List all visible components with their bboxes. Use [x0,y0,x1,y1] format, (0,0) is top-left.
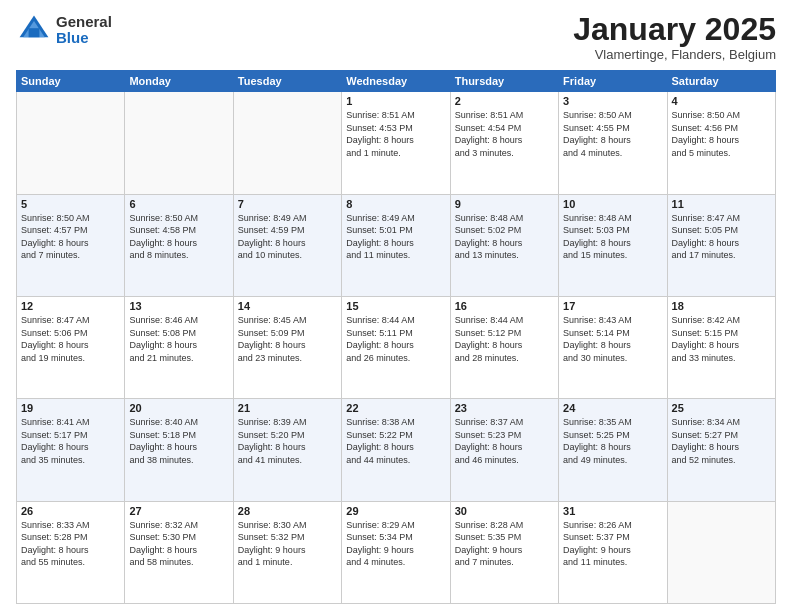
table-row: 30Sunrise: 8:28 AM Sunset: 5:35 PM Dayli… [450,501,558,603]
table-row: 25Sunrise: 8:34 AM Sunset: 5:27 PM Dayli… [667,399,775,501]
logo-text: General Blue [56,14,112,47]
table-row: 14Sunrise: 8:45 AM Sunset: 5:09 PM Dayli… [233,296,341,398]
table-row: 15Sunrise: 8:44 AM Sunset: 5:11 PM Dayli… [342,296,450,398]
table-row: 27Sunrise: 8:32 AM Sunset: 5:30 PM Dayli… [125,501,233,603]
day-info: Sunrise: 8:50 AM Sunset: 4:56 PM Dayligh… [672,109,771,159]
day-info: Sunrise: 8:35 AM Sunset: 5:25 PM Dayligh… [563,416,662,466]
day-number: 28 [238,505,337,517]
day-info: Sunrise: 8:30 AM Sunset: 5:32 PM Dayligh… [238,519,337,569]
day-number: 26 [21,505,120,517]
table-row: 16Sunrise: 8:44 AM Sunset: 5:12 PM Dayli… [450,296,558,398]
day-info: Sunrise: 8:50 AM Sunset: 4:55 PM Dayligh… [563,109,662,159]
table-row [17,92,125,194]
day-number: 6 [129,198,228,210]
calendar-header-row: Sunday Monday Tuesday Wednesday Thursday… [17,71,776,92]
table-row: 11Sunrise: 8:47 AM Sunset: 5:05 PM Dayli… [667,194,775,296]
calendar-row-4: 19Sunrise: 8:41 AM Sunset: 5:17 PM Dayli… [17,399,776,501]
day-number: 1 [346,95,445,107]
day-info: Sunrise: 8:45 AM Sunset: 5:09 PM Dayligh… [238,314,337,364]
col-tuesday: Tuesday [233,71,341,92]
day-info: Sunrise: 8:50 AM Sunset: 4:58 PM Dayligh… [129,212,228,262]
day-number: 16 [455,300,554,312]
day-number: 25 [672,402,771,414]
table-row: 19Sunrise: 8:41 AM Sunset: 5:17 PM Dayli… [17,399,125,501]
col-saturday: Saturday [667,71,775,92]
day-number: 20 [129,402,228,414]
month-title: January 2025 [573,12,776,47]
table-row: 9Sunrise: 8:48 AM Sunset: 5:02 PM Daylig… [450,194,558,296]
table-row [667,501,775,603]
day-info: Sunrise: 8:49 AM Sunset: 4:59 PM Dayligh… [238,212,337,262]
day-number: 18 [672,300,771,312]
calendar-table: Sunday Monday Tuesday Wednesday Thursday… [16,70,776,604]
title-block: January 2025 Vlamertinge, Flanders, Belg… [573,12,776,62]
day-info: Sunrise: 8:48 AM Sunset: 5:03 PM Dayligh… [563,212,662,262]
logo: General Blue [16,12,112,48]
day-info: Sunrise: 8:47 AM Sunset: 5:05 PM Dayligh… [672,212,771,262]
table-row: 5Sunrise: 8:50 AM Sunset: 4:57 PM Daylig… [17,194,125,296]
day-info: Sunrise: 8:44 AM Sunset: 5:12 PM Dayligh… [455,314,554,364]
table-row: 23Sunrise: 8:37 AM Sunset: 5:23 PM Dayli… [450,399,558,501]
day-number: 11 [672,198,771,210]
svg-rect-2 [29,28,40,37]
col-wednesday: Wednesday [342,71,450,92]
day-info: Sunrise: 8:34 AM Sunset: 5:27 PM Dayligh… [672,416,771,466]
day-number: 19 [21,402,120,414]
table-row: 26Sunrise: 8:33 AM Sunset: 5:28 PM Dayli… [17,501,125,603]
table-row: 13Sunrise: 8:46 AM Sunset: 5:08 PM Dayli… [125,296,233,398]
table-row: 17Sunrise: 8:43 AM Sunset: 5:14 PM Dayli… [559,296,667,398]
day-info: Sunrise: 8:38 AM Sunset: 5:22 PM Dayligh… [346,416,445,466]
logo-general-text: General [56,14,112,31]
day-info: Sunrise: 8:44 AM Sunset: 5:11 PM Dayligh… [346,314,445,364]
page: General Blue January 2025 Vlamertinge, F… [0,0,792,612]
table-row: 22Sunrise: 8:38 AM Sunset: 5:22 PM Dayli… [342,399,450,501]
day-number: 7 [238,198,337,210]
table-row: 3Sunrise: 8:50 AM Sunset: 4:55 PM Daylig… [559,92,667,194]
day-info: Sunrise: 8:29 AM Sunset: 5:34 PM Dayligh… [346,519,445,569]
day-info: Sunrise: 8:41 AM Sunset: 5:17 PM Dayligh… [21,416,120,466]
table-row: 24Sunrise: 8:35 AM Sunset: 5:25 PM Dayli… [559,399,667,501]
day-info: Sunrise: 8:40 AM Sunset: 5:18 PM Dayligh… [129,416,228,466]
table-row: 21Sunrise: 8:39 AM Sunset: 5:20 PM Dayli… [233,399,341,501]
day-number: 15 [346,300,445,312]
day-info: Sunrise: 8:33 AM Sunset: 5:28 PM Dayligh… [21,519,120,569]
day-number: 31 [563,505,662,517]
day-info: Sunrise: 8:50 AM Sunset: 4:57 PM Dayligh… [21,212,120,262]
header: General Blue January 2025 Vlamertinge, F… [16,12,776,62]
calendar-row-1: 1Sunrise: 8:51 AM Sunset: 4:53 PM Daylig… [17,92,776,194]
logo-blue-text: Blue [56,30,112,47]
table-row: 29Sunrise: 8:29 AM Sunset: 5:34 PM Dayli… [342,501,450,603]
table-row: 20Sunrise: 8:40 AM Sunset: 5:18 PM Dayli… [125,399,233,501]
day-number: 5 [21,198,120,210]
table-row: 28Sunrise: 8:30 AM Sunset: 5:32 PM Dayli… [233,501,341,603]
table-row: 12Sunrise: 8:47 AM Sunset: 5:06 PM Dayli… [17,296,125,398]
day-number: 17 [563,300,662,312]
day-number: 29 [346,505,445,517]
day-number: 2 [455,95,554,107]
day-number: 22 [346,402,445,414]
day-number: 3 [563,95,662,107]
table-row: 10Sunrise: 8:48 AM Sunset: 5:03 PM Dayli… [559,194,667,296]
day-info: Sunrise: 8:46 AM Sunset: 5:08 PM Dayligh… [129,314,228,364]
day-info: Sunrise: 8:48 AM Sunset: 5:02 PM Dayligh… [455,212,554,262]
col-friday: Friday [559,71,667,92]
col-thursday: Thursday [450,71,558,92]
day-number: 4 [672,95,771,107]
location-subtitle: Vlamertinge, Flanders, Belgium [573,47,776,62]
table-row: 8Sunrise: 8:49 AM Sunset: 5:01 PM Daylig… [342,194,450,296]
table-row: 31Sunrise: 8:26 AM Sunset: 5:37 PM Dayli… [559,501,667,603]
col-monday: Monday [125,71,233,92]
calendar-row-3: 12Sunrise: 8:47 AM Sunset: 5:06 PM Dayli… [17,296,776,398]
day-number: 14 [238,300,337,312]
day-info: Sunrise: 8:32 AM Sunset: 5:30 PM Dayligh… [129,519,228,569]
day-number: 23 [455,402,554,414]
day-number: 13 [129,300,228,312]
table-row: 18Sunrise: 8:42 AM Sunset: 5:15 PM Dayli… [667,296,775,398]
day-number: 24 [563,402,662,414]
calendar-row-2: 5Sunrise: 8:50 AM Sunset: 4:57 PM Daylig… [17,194,776,296]
day-info: Sunrise: 8:51 AM Sunset: 4:53 PM Dayligh… [346,109,445,159]
table-row: 2Sunrise: 8:51 AM Sunset: 4:54 PM Daylig… [450,92,558,194]
day-number: 12 [21,300,120,312]
calendar-row-5: 26Sunrise: 8:33 AM Sunset: 5:28 PM Dayli… [17,501,776,603]
day-number: 21 [238,402,337,414]
